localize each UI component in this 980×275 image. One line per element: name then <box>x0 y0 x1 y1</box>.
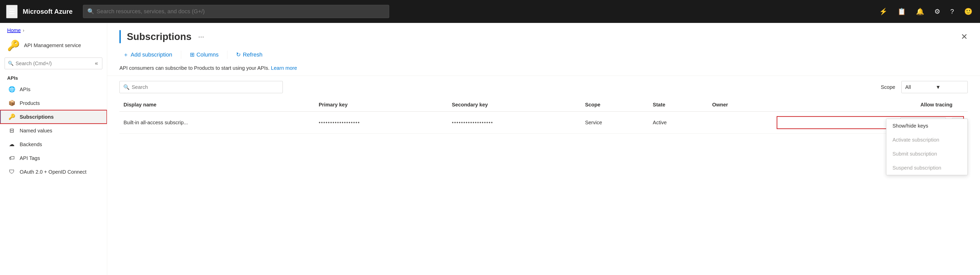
subscriptions-icon: 🔑 <box>8 114 16 120</box>
sidebar-item-oauth-label: OAuth 2.0 + OpenID Connect <box>20 169 86 175</box>
title-more-button[interactable]: ··· <box>196 32 207 42</box>
title-accent-bar <box>119 30 121 43</box>
feedback-icon[interactable]: 📋 <box>896 6 907 17</box>
dropdown-item-suspend[interactable]: Suspend subscription <box>886 161 967 175</box>
sidebar-item-backends-label: Backends <box>20 142 42 147</box>
breadcrumb-home[interactable]: Home <box>7 27 21 33</box>
smiley-icon[interactable]: 🙂 <box>963 6 974 17</box>
global-search-box[interactable]: 🔍 <box>83 5 389 18</box>
col-display-name: Display name <box>119 98 315 112</box>
col-allow-tracing: Allow tracing <box>773 98 968 112</box>
toolbar-separator-2 <box>227 51 228 59</box>
columns-button[interactable]: ⊞ Columns <box>186 49 222 60</box>
sidebar-service: 🔑 API Management service <box>0 36 107 55</box>
sidebar-item-apis-label: APIs <box>20 87 30 92</box>
col-owner: Owner <box>708 98 773 112</box>
api-tags-icon: 🏷 <box>8 155 16 161</box>
toolbar: ＋ Add subscription ⊞ Columns ↻ Refresh <box>107 43 980 61</box>
close-button[interactable]: ✕ <box>961 32 968 41</box>
settings-icon[interactable]: ⚙ <box>933 6 942 17</box>
hamburger-menu[interactable]: ☰ <box>6 5 18 18</box>
cell-primary-key: •••••••••••••••••• <box>315 112 448 134</box>
dropdown-item-show-hide-keys[interactable]: Show/hide keys <box>886 119 967 133</box>
sidebar-search-icon: 🔍 <box>8 61 14 66</box>
sidebar-item-products[interactable]: 📦 Products <box>0 96 107 110</box>
search-row: 🔍 Scope All ▼ <box>107 76 980 98</box>
topbar-icons: ⚡ 📋 🔔 ⚙ ? 🙂 <box>878 6 974 17</box>
add-subscription-button[interactable]: ＋ Add subscription <box>119 49 176 61</box>
products-icon: 📦 <box>8 100 16 106</box>
brand-name: Microsoft Azure <box>23 8 73 16</box>
sidebar-item-named-values[interactable]: ⊟ Named values <box>0 124 107 138</box>
sidebar-item-api-tags[interactable]: 🏷 API Tags <box>0 151 107 165</box>
help-icon[interactable]: ? <box>949 6 956 17</box>
table-container: Display name Primary key Secondary key S… <box>107 98 980 275</box>
context-dropdown-menu: Show/hide keys Activate subscription Sub… <box>886 119 968 175</box>
table-search-box[interactable]: 🔍 <box>119 81 283 93</box>
col-secondary-key: Secondary key <box>448 98 581 112</box>
col-state: State <box>649 98 708 112</box>
cell-scope: Service <box>581 112 649 134</box>
table-header-row: Display name Primary key Secondary key S… <box>119 98 968 112</box>
refresh-button[interactable]: ↻ Refresh <box>232 49 266 60</box>
service-icon: 🔑 <box>7 40 20 51</box>
sidebar-item-apis[interactable]: 🌐 APIs <box>0 82 107 96</box>
cell-state: Active <box>649 112 708 134</box>
global-search-input[interactable] <box>97 8 385 15</box>
cell-owner <box>708 112 773 134</box>
topbar: ☰ Microsoft Azure 🔍 ⚡ 📋 🔔 ⚙ ? 🙂 <box>0 0 980 23</box>
breadcrumb-separator: › <box>23 28 24 33</box>
notifications-icon[interactable]: 🔔 <box>915 6 926 17</box>
sidebar-search-input[interactable] <box>16 61 94 66</box>
sidebar-item-subscriptions[interactable]: 🔑 Subscriptions <box>0 110 107 124</box>
col-scope: Scope <box>581 98 649 112</box>
columns-icon: ⊞ <box>190 51 194 58</box>
secondary-key-dots: •••••••••••••••••• <box>452 120 493 125</box>
content-header: Subscriptions ··· ✕ <box>107 23 980 43</box>
refresh-icon: ↻ <box>236 51 241 58</box>
table-row: Built-in all-access subscrip... ••••••••… <box>119 112 968 134</box>
sidebar-item-backends[interactable]: ☁ Backends <box>0 138 107 151</box>
breadcrumb: Home › <box>0 23 107 36</box>
info-bar: API consumers can subscribe to Products … <box>107 61 980 76</box>
info-text: API consumers can subscribe to Products … <box>119 65 269 71</box>
content-area: Subscriptions ··· ✕ ＋ Add subscription ⊞… <box>107 23 980 275</box>
table-search-input[interactable] <box>132 84 279 90</box>
dropdown-item-submit[interactable]: Submit subscription <box>886 147 967 161</box>
dropdown-item-activate[interactable]: Activate subscription <box>886 133 967 147</box>
add-icon: ＋ <box>123 51 129 58</box>
main-layout: Home › 🔑 API Management service 🔍 « APIs… <box>0 23 980 275</box>
service-name: API Management service <box>24 43 81 48</box>
primary-key-dots: •••••••••••••••••• <box>319 120 360 125</box>
scope-value: All <box>905 84 934 90</box>
scope-select[interactable]: All ▼ <box>901 81 968 93</box>
sidebar-item-named-values-label: Named values <box>20 128 52 134</box>
learn-more-link[interactable]: Learn more <box>271 65 297 71</box>
sidebar-item-subscriptions-label: Subscriptions <box>20 114 54 120</box>
subscriptions-table: Display name Primary key Secondary key S… <box>119 98 968 134</box>
global-search-icon: 🔍 <box>87 8 94 15</box>
cloud-shell-icon[interactable]: ⚡ <box>878 6 889 17</box>
apis-section-label: APIs <box>0 72 107 82</box>
oauth-icon: 🛡 <box>8 169 16 175</box>
table-search-icon: 🔍 <box>123 84 130 90</box>
col-primary-key: Primary key <box>315 98 448 112</box>
cell-secondary-key: •••••••••••••••••• <box>448 112 581 134</box>
sidebar-item-oauth[interactable]: 🛡 OAuth 2.0 + OpenID Connect <box>0 165 107 179</box>
backends-icon: ☁ <box>8 141 16 148</box>
sidebar: Home › 🔑 API Management service 🔍 « APIs… <box>0 23 107 275</box>
sidebar-search-box[interactable]: 🔍 « <box>5 58 102 69</box>
apis-icon: 🌐 <box>8 86 16 93</box>
scope-chevron-icon: ▼ <box>935 84 964 90</box>
scope-label: Scope <box>881 84 895 90</box>
page-title: Subscriptions <box>127 31 191 42</box>
sidebar-item-products-label: Products <box>20 100 40 106</box>
named-values-icon: ⊟ <box>8 127 16 134</box>
sidebar-collapse-btn[interactable]: « <box>94 59 99 68</box>
cell-display-name: Built-in all-access subscrip... <box>119 112 315 134</box>
sidebar-item-api-tags-label: API Tags <box>20 155 40 161</box>
